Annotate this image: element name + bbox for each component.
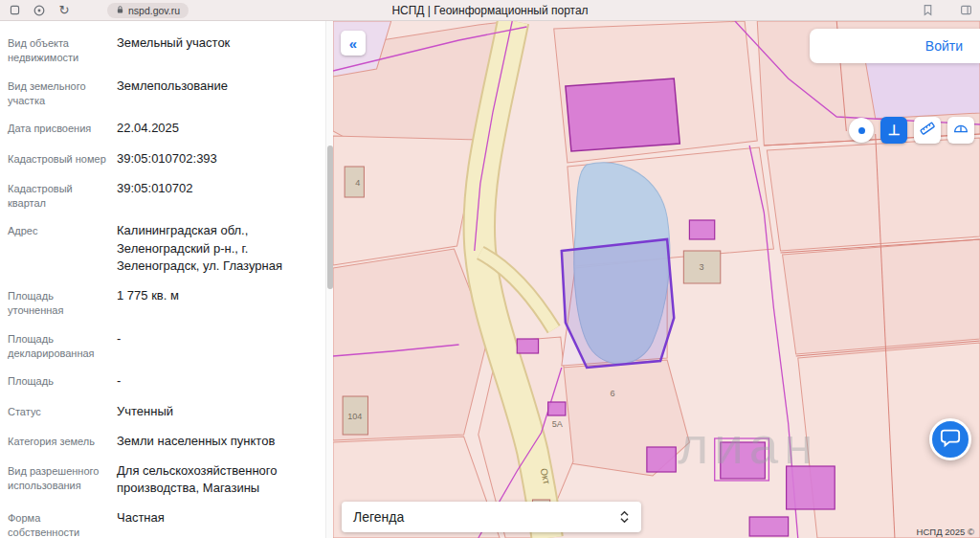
- attribute-value: Земельный участок: [117, 34, 320, 65]
- attribute-value: Калининградская обл., Зеленоградский р-н…: [117, 222, 320, 275]
- attribute-label: Площадь уточненная: [8, 287, 109, 318]
- parcel-label: 3: [700, 262, 704, 272]
- attribute-label: Форма собственности: [8, 509, 109, 538]
- attribute-value: Частная: [117, 509, 320, 538]
- browser-window: ↻ nspd.gov.ru НСПД | Геоинформационный п…: [0, 0, 980, 538]
- attribute-value: 22.04.2025: [117, 120, 320, 137]
- login-button[interactable]: Войти: [925, 38, 963, 54]
- panel-scrollbar[interactable]: [325, 21, 333, 538]
- map-container: 4 104 3 6 5А Окт лиан « Войти: [333, 21, 980, 538]
- attribute-value: Земли населенных пунктов: [117, 433, 320, 450]
- attribute-value: 39:05:010702: [117, 180, 320, 211]
- parcel-label: 5А: [552, 419, 564, 429]
- cadastral-map[interactable]: 4 104 3 6 5А Окт лиан: [333, 21, 980, 538]
- attribute-row: Кадастровый номер 39:05:010702:393: [8, 150, 320, 168]
- attribute-label: Вид разрешенного использования: [8, 462, 109, 497]
- parcel-label: 104: [347, 412, 362, 421]
- parcel-label: 4: [355, 178, 360, 188]
- attribute-value: Для сельскохозяйственного производства, …: [117, 462, 320, 497]
- attribute-label: Вид земельного участка: [8, 78, 109, 108]
- tab-title: НСПД | Геоинформационный портал: [391, 4, 588, 17]
- attribute-value: 39:05:010702:393: [117, 150, 320, 168]
- building-large: [566, 78, 679, 151]
- chevron-left-icon: «: [349, 35, 357, 52]
- attribute-value: -: [117, 330, 320, 361]
- legend-dropdown[interactable]: Легенда: [342, 502, 641, 532]
- measure-area-button[interactable]: [947, 117, 974, 144]
- map-watermark: лиан: [678, 416, 818, 475]
- attribute-label: Статус: [8, 403, 109, 420]
- protractor-icon: [952, 120, 969, 141]
- collapse-panel-button[interactable]: «: [341, 31, 366, 56]
- location-tool-button[interactable]: [849, 118, 874, 143]
- support-chat-button[interactable]: [929, 418, 971, 460]
- attribute-value: Учтенный: [117, 403, 320, 420]
- chat-bubble-icon: [940, 427, 961, 452]
- attribute-value: 1 775 кв. м: [117, 287, 320, 318]
- reload-icon[interactable]: ↻: [57, 4, 71, 17]
- lock-icon: [116, 5, 124, 16]
- attribute-row: Вид разрешенного использования Для сельс…: [8, 462, 320, 497]
- attribute-label: Кадастровый квартал: [8, 180, 109, 211]
- attribute-label: Вид объекта недвижимости: [8, 34, 109, 65]
- address-bar[interactable]: nspd.gov.ru: [107, 3, 189, 18]
- attribute-label: Площадь декларированная: [8, 330, 109, 361]
- sidebar-panel-icon[interactable]: [959, 4, 972, 17]
- attribute-label: Адрес: [8, 222, 109, 275]
- browser-logo-icon[interactable]: [33, 4, 46, 17]
- attribute-row: Вид земельного участка Землепользование: [8, 78, 320, 108]
- attribute-list: Вид объекта недвижимости Земельный участ…: [8, 34, 320, 538]
- map-copyright: НСПД 2025 ©: [917, 527, 974, 537]
- bookmark-icon[interactable]: [921, 4, 934, 17]
- attribute-row: Категория земель Земли населенных пункто…: [8, 433, 320, 450]
- attribute-label: Кадастровый номер: [8, 150, 109, 168]
- attribute-row: Площадь уточненная 1 775 кв. м: [8, 287, 320, 318]
- perpendicular-icon: ⊥: [887, 122, 900, 139]
- coordinates-tool-button[interactable]: ⊥: [880, 117, 907, 144]
- browser-toolbar: ↻ nspd.gov.ru НСПД | Геоинформационный п…: [0, 0, 980, 21]
- attribute-row: Площадь декларированная -: [8, 330, 320, 361]
- parcel-label: 6: [610, 389, 614, 398]
- measure-distance-button[interactable]: [914, 117, 941, 144]
- attribute-label: Площадь: [8, 372, 109, 390]
- attribute-value: -: [117, 372, 320, 390]
- dot-icon: [858, 127, 865, 134]
- attribute-row: Кадастровый квартал 39:05:010702: [8, 180, 320, 211]
- url-text: nspd.gov.ru: [128, 5, 180, 16]
- ruler-icon: [919, 120, 936, 141]
- attribute-row: Форма собственности Частная: [8, 509, 320, 538]
- chevron-updown-icon: [619, 509, 630, 525]
- selected-parcel: [562, 239, 674, 368]
- attribute-label: Дата присвоения: [8, 120, 109, 137]
- object-info-panel: Вид объекта недвижимости Земельный участ…: [0, 21, 333, 538]
- attribute-row: Адрес Калининградская обл., Зеленоградск…: [8, 222, 320, 275]
- header-bar: Войти: [810, 29, 980, 63]
- attribute-row: Вид объекта недвижимости Земельный участ…: [8, 34, 320, 65]
- attribute-value: Землепользование: [117, 78, 320, 108]
- attribute-label: Категория земель: [8, 433, 109, 450]
- map-tools: ⊥: [849, 117, 974, 144]
- attribute-row: Площадь -: [8, 372, 320, 390]
- attribute-row: Дата присвоения 22.04.2025: [8, 120, 320, 137]
- attribute-row: Статус Учтенный: [8, 403, 320, 420]
- window-icon[interactable]: [8, 4, 21, 17]
- legend-label: Легенда: [353, 509, 404, 525]
